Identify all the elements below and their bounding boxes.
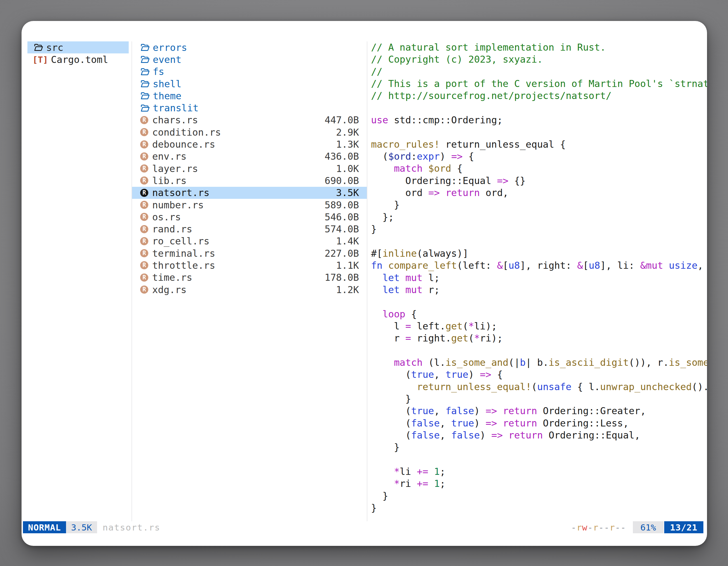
code-token: inline xyxy=(382,248,417,259)
code-token xyxy=(371,478,394,489)
file-name: lib.rs xyxy=(152,175,187,186)
code-token: right. xyxy=(411,332,451,344)
code-token: // Copyright (c) 2023, sxyazi. xyxy=(371,54,543,65)
file-name: terminal.rs xyxy=(152,248,215,259)
preview-pane[interactable]: // A natural sort implementation in Rust… xyxy=(367,41,707,521)
code-token: (). xyxy=(692,381,707,392)
code-token: => xyxy=(485,417,497,429)
code-token: let xyxy=(382,284,400,295)
file-size: 1.1K xyxy=(336,260,359,271)
panes-container: src[T]Cargo.toml errorseventfsshelltheme… xyxy=(22,41,707,521)
code-token: {} xyxy=(508,175,525,186)
code-token: is_some_and xyxy=(445,357,508,368)
rust-icon: R xyxy=(140,177,148,185)
code-token: true xyxy=(445,369,468,380)
dir-row[interactable]: translit xyxy=(132,102,367,114)
file-row[interactable]: Rro_cell.rs1.4K xyxy=(132,235,367,247)
dir-row[interactable]: src xyxy=(27,41,129,53)
file-size: 2.9K xyxy=(336,127,359,138)
permission-char: - xyxy=(598,522,604,532)
code-line: (true, false) => return Ordering::Greate… xyxy=(371,405,707,417)
code-line: let mut l; xyxy=(371,272,707,284)
code-token: r xyxy=(371,332,405,344)
file-row[interactable]: Rcondition.rs2.9K xyxy=(132,126,367,138)
code-line xyxy=(371,296,707,308)
code-token: ) xyxy=(468,369,480,380)
code-line: ($ord:expr) => { xyxy=(371,151,707,163)
code-token: Ordering::Equal, xyxy=(543,429,640,441)
file-row[interactable]: Rlib.rs690.0B xyxy=(132,175,367,187)
code-token: ord xyxy=(371,187,428,198)
code-token: } xyxy=(371,393,411,404)
file-size: 574.0B xyxy=(325,224,359,235)
code-token xyxy=(371,284,382,295)
code-token: } xyxy=(371,224,377,235)
dir-row[interactable]: fs xyxy=(132,66,367,78)
file-size: 1.0K xyxy=(336,163,359,174)
code-token: ( xyxy=(371,151,388,162)
file-row[interactable]: Rxdg.rs1.2K xyxy=(132,283,367,295)
code-token: false xyxy=(451,429,480,441)
file-row[interactable]: Renv.rs436.0B xyxy=(132,151,367,163)
file-name: fs xyxy=(153,66,164,77)
code-token: ], li: xyxy=(600,260,640,271)
code-token: 1 xyxy=(434,478,440,489)
code-token: { l. xyxy=(571,381,600,392)
dir-row[interactable]: event xyxy=(132,53,367,65)
code-line: // Copyright (c) 2023, sxyazi. xyxy=(371,53,707,65)
code-token: += xyxy=(417,478,428,489)
file-name: rand.rs xyxy=(152,224,192,235)
file-name: env.rs xyxy=(152,151,187,162)
file-row[interactable]: Rrand.rs574.0B xyxy=(132,223,367,235)
code-line: } xyxy=(371,502,707,514)
code-token: false xyxy=(411,429,440,441)
file-row[interactable]: Rterminal.rs227.0B xyxy=(132,247,367,259)
permission-char: - xyxy=(588,522,593,532)
code-token: u8 xyxy=(508,260,520,271)
code-token: return xyxy=(503,405,537,416)
dir-row[interactable]: errors xyxy=(132,41,367,53)
file-row[interactable]: Rthrottle.rs1.1K xyxy=(132,259,367,271)
code-token xyxy=(440,187,445,198)
code-token: => xyxy=(485,405,497,416)
file-row[interactable]: Rtime.rs178.0B xyxy=(132,272,367,283)
code-token: { xyxy=(451,163,463,174)
permission-char: - xyxy=(604,522,610,532)
code-line: return_unless_equal!(unsafe { l.unwrap_u… xyxy=(371,381,707,393)
file-row[interactable]: Rdebounce.rs1.3K xyxy=(132,138,367,150)
code-token: { xyxy=(405,308,417,319)
file-row[interactable]: Rlayer.rs1.0K xyxy=(132,163,367,175)
code-line: // xyxy=(371,66,707,78)
code-token: is_ascii_digit xyxy=(549,357,629,368)
file-row[interactable]: Rnatsort.rs3.5K xyxy=(132,187,367,199)
code-token: = xyxy=(405,332,411,344)
code-token: = xyxy=(405,320,411,332)
code-line xyxy=(371,102,707,114)
dir-row[interactable]: theme xyxy=(132,90,367,102)
code-token: // A natural sort implementation in Rust… xyxy=(371,42,606,53)
code-token: li); xyxy=(474,320,497,332)
code-line: Ordering::Equal => {} xyxy=(371,175,707,187)
code-line: // A natural sort implementation in Rust… xyxy=(371,41,707,53)
permission-char: - xyxy=(621,522,626,532)
code-token xyxy=(503,429,508,441)
dir-row[interactable]: shell xyxy=(132,78,367,90)
code-token: ri); xyxy=(480,332,503,344)
file-row[interactable]: [T]Cargo.toml xyxy=(27,53,129,65)
code-token: ; xyxy=(440,478,445,489)
rust-icon: R xyxy=(140,274,148,282)
code-token: return_unless_equal { xyxy=(440,139,566,150)
code-token xyxy=(400,272,405,283)
code-token: l xyxy=(371,320,405,332)
code-token: ()), r. xyxy=(629,357,669,368)
code-token: #[ xyxy=(371,248,382,259)
code-token: Ordering::Greater, xyxy=(537,405,646,416)
code-line: l = left.get(*li); xyxy=(371,320,707,332)
code-token: b xyxy=(520,357,525,368)
folder-open-icon xyxy=(139,66,150,77)
file-row[interactable]: Rchars.rs447.0B xyxy=(132,114,367,126)
file-row[interactable]: Rnumber.rs589.0B xyxy=(132,199,367,211)
code-line: } xyxy=(371,393,707,405)
code-token: ( xyxy=(371,417,411,429)
file-row[interactable]: Ros.rs546.0B xyxy=(132,211,367,223)
